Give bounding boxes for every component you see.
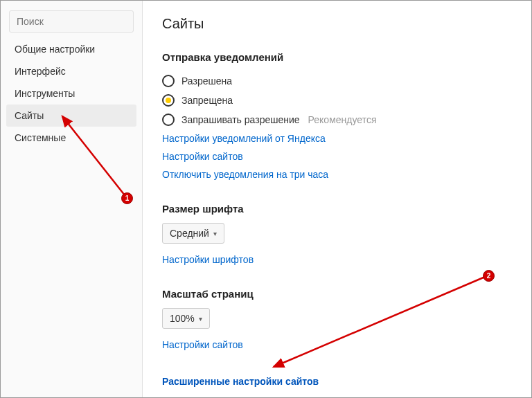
link-disable-3h[interactable]: Отключить уведомления на три часа: [162, 165, 512, 183]
page-zoom-select[interactable]: 100% ▾: [162, 308, 210, 329]
main-panel: Сайты Отправка уведомлений Разрешена Зап…: [143, 1, 531, 397]
font-size-heading: Размер шрифта: [162, 203, 512, 215]
link-yandex-notifications[interactable]: Настройки уведомлений от Яндекса: [162, 129, 512, 147]
page-zoom-heading: Масштаб страниц: [162, 288, 512, 300]
radio-label: Запрашивать разрешение: [181, 114, 300, 125]
sidebar-item-tools[interactable]: Инструменты: [6, 82, 136, 105]
settings-sidebar: Общие настройки Интерфейс Инструменты Са…: [1, 1, 143, 397]
font-size-select[interactable]: Средний ▾: [162, 223, 224, 244]
chevron-down-icon: ▾: [199, 315, 202, 323]
font-size-section: Размер шрифта Средний ▾ Настройки шрифто…: [162, 203, 512, 269]
radio-icon: [162, 75, 175, 87]
sidebar-item-sites[interactable]: Сайты: [6, 105, 136, 127]
page-zoom-section: Масштаб страниц 100% ▾ Настройки сайтов: [162, 288, 512, 354]
font-size-value: Средний: [170, 228, 209, 239]
search-box: [9, 10, 134, 33]
radio-hint: Рекомендуется: [308, 114, 377, 125]
advanced-site-settings-link[interactable]: Расширенные настройки сайтов: [162, 373, 512, 387]
link-font-settings[interactable]: Настройки шрифтов: [162, 251, 512, 269]
sidebar-item-system[interactable]: Системные: [6, 127, 136, 149]
notifications-section: Отправка уведомлений Разрешена Запрещена…: [162, 51, 512, 183]
radio-label: Разрешена: [181, 75, 232, 87]
page-title: Сайты: [162, 16, 512, 32]
radio-label: Запрещена: [181, 95, 233, 106]
chevron-down-icon: ▾: [213, 230, 217, 237]
sidebar-item-interface[interactable]: Интерфейс: [6, 60, 136, 82]
search-input[interactable]: [9, 10, 134, 33]
sidebar-item-general[interactable]: Общие настройки: [6, 38, 136, 60]
notifications-heading: Отправка уведомлений: [162, 51, 512, 63]
link-zoom-site-settings[interactable]: Настройки сайтов: [162, 336, 512, 354]
radio-allowed[interactable]: Разрешена: [162, 71, 512, 91]
radio-ask[interactable]: Запрашивать разрешение Рекомендуется: [162, 110, 512, 129]
link-site-settings[interactable]: Настройки сайтов: [162, 147, 512, 165]
page-zoom-value: 100%: [170, 313, 195, 324]
radio-icon: [162, 114, 175, 126]
radio-blocked[interactable]: Запрещена: [162, 91, 512, 110]
radio-icon: [162, 94, 175, 107]
